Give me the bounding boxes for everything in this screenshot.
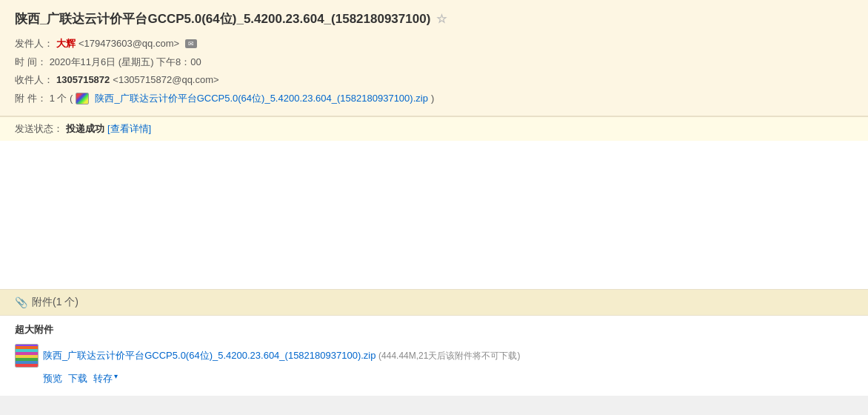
email-meta: 发件人： 大辉 <179473603@qq.com> ✉ 时 间： 2020年1… — [15, 35, 853, 108]
attachment-meta-row: 附 件： 1 个 ( 陕西_广联达云计价平台GCCP5.0(64位)_5.420… — [15, 90, 853, 108]
recipient-name: 1305715872 — [56, 71, 110, 90]
email-header: 陕西_广联达云计价平台GCCP5.0(64位)_5.4200.23.604_(1… — [0, 0, 868, 116]
recipient-label: 收件人： — [15, 71, 53, 90]
sender-name: 大辉 — [56, 35, 76, 53]
oversized-label: 超大附件 — [15, 323, 853, 336]
attachment-label: 附 件： — [15, 90, 47, 108]
paperclip-icon: 📎 — [15, 296, 27, 308]
attachment-download-link[interactable]: 陕西_广联达云计价平台GCCP5.0(64位)_5.4200.23.604_(1… — [43, 350, 375, 361]
attachment-section-header: 📎 附件(1 个) — [0, 290, 868, 316]
attachment-file-row: 陕西_广联达云计价平台GCCP5.0(64位)_5.4200.23.604_(1… — [15, 344, 853, 368]
time-value: 2020年11月6日 (星期五) 下午8：00 — [50, 53, 201, 72]
attachment-preview-link[interactable]: 预览 — [43, 372, 62, 385]
star-icon[interactable]: ☆ — [436, 12, 447, 26]
email-icon: ✉ — [185, 39, 197, 48]
recipient-email: <1305715872@qq.com> — [113, 71, 218, 90]
send-status-bar: 发送状态： 投递成功 [查看详情] — [0, 116, 868, 141]
attachment-section: 📎 附件(1 个) 超大附件 陕西_广联达云计价平台GCCP5.0(64位)_5… — [0, 289, 868, 396]
recipient-row: 收件人： 1305715872 <1305715872@qq.com> — [15, 71, 853, 90]
email-body — [0, 141, 868, 289]
attachment-count: 1 个 ( — [50, 90, 73, 108]
attachment-file-meta: (444.44M,21天后该附件将不可下载) — [378, 351, 520, 361]
subject-text: 陕西_广联达云计价平台GCCP5.0(64位)_5.4200.23.604_(1… — [15, 10, 430, 27]
attachment-save-link[interactable]: 转存 — [93, 372, 113, 385]
save-dropdown-icon[interactable]: ▾ — [114, 372, 118, 385]
send-status-label: 发送状态： — [15, 122, 63, 136]
send-status-detail-link[interactable]: [查看详情] — [107, 122, 151, 136]
attachment-header-link[interactable]: 陕西_广联达云计价平台GCCP5.0(64位)_5.4200.23.604_(1… — [95, 90, 427, 108]
attachment-count-suffix: ) — [431, 90, 434, 108]
zip-file-icon — [15, 344, 39, 368]
attachment-body: 超大附件 陕西_广联达云计价平台GCCP5.0(64位)_5.4200.23.6… — [0, 316, 868, 396]
time-row: 时 间： 2020年11月6日 (星期五) 下午8：00 — [15, 53, 853, 72]
sender-email: <179473603@qq.com> — [79, 35, 179, 53]
time-label: 时 间： — [15, 53, 47, 72]
sender-row: 发件人： 大辉 <179473603@qq.com> ✉ — [15, 35, 853, 53]
attachment-file-icon — [76, 93, 89, 104]
attachment-actions: 预览 下载 转存 ▾ — [43, 372, 853, 385]
sender-label: 发件人： — [15, 35, 53, 53]
attachment-section-title: 附件(1 个) — [32, 296, 79, 309]
attachment-file-info: 陕西_广联达云计价平台GCCP5.0(64位)_5.4200.23.604_(1… — [43, 349, 520, 362]
send-status-value: 投递成功 — [66, 122, 104, 136]
attachment-download-action-link[interactable]: 下载 — [68, 372, 87, 385]
attachment-item: 陕西_广联达云计价平台GCCP5.0(64位)_5.4200.23.604_(1… — [15, 344, 853, 385]
email-view: 陕西_广联达云计价平台GCCP5.0(64位)_5.4200.23.604_(1… — [0, 0, 868, 396]
email-subject-row: 陕西_广联达云计价平台GCCP5.0(64位)_5.4200.23.604_(1… — [15, 10, 853, 27]
